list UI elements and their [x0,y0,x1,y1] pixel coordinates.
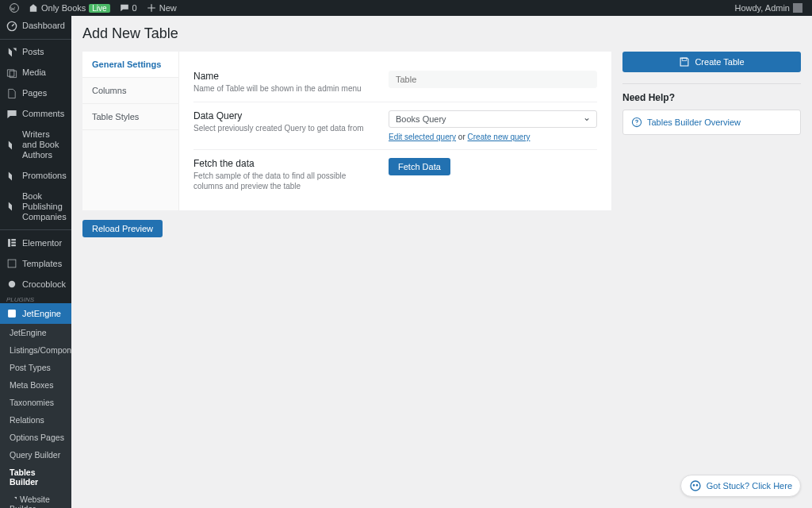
fetch-desc: Fetch sample of the data to find all pos… [193,171,376,191]
menu-jetengine[interactable]: JetEngine [0,303,71,324]
menu-templates[interactable]: Templates [0,253,71,274]
divider [622,83,801,84]
menu-label: Promotions [22,171,67,181]
menu-label: Dashboard [22,21,65,31]
greeting-text: Howdy, Admin [735,3,791,13]
stuck-label: Got Stuck? Click Here [707,481,792,491]
admin-bar: Only BooksLive 0 New Howdy, Admin [0,0,812,16]
svg-rect-2 [8,239,10,247]
submenu-querybuilder[interactable]: Query Builder [0,446,71,464]
save-icon [679,56,690,67]
create-table-button[interactable]: Create Table [622,52,801,72]
submenu-listings[interactable]: Listings/Components [0,341,71,359]
settings-panel: General Settings Columns Table Styles Na… [82,52,611,210]
menu-posts[interactable]: Posts [0,42,71,63]
help-link[interactable]: Tables Builder Overview [622,110,801,135]
submenu-options[interactable]: Options Pages [0,429,71,446]
svg-rect-3 [11,239,16,241]
panel-body: Name Name of Table will be shown in the … [179,52,611,210]
menu-label: Media [22,67,46,78]
submenu-posttypes[interactable]: Post Types [0,359,71,376]
settings-tabs: General Settings Columns Table Styles [82,52,179,210]
chat-icon [689,479,702,492]
svg-point-16 [691,481,700,491]
sidebar-right: Create Table Need Help? Tables Builder O… [622,52,801,135]
submenu-websitebuilder[interactable]: Website Builder [0,491,71,508]
jetengine-submenu: JetEngine Listings/Components Post Types… [0,324,71,508]
svg-point-18 [696,485,697,486]
comments-link[interactable]: 0 [117,3,140,13]
query-desc: Select previously created Query to get d… [193,123,376,133]
menu-label: Posts [22,47,44,57]
comments-count: 0 [132,3,137,13]
query-select[interactable]: Books Query [389,110,597,128]
menu-section-hint: PLUGINS [0,294,71,303]
new-label: New [159,3,177,13]
name-desc: Name of Table will be shown in the admin… [193,83,376,94]
menu-separator [0,39,71,40]
fetch-label: Fetch the data [193,158,376,169]
got-stuck-button[interactable]: Got Stuck? Click Here [680,475,801,497]
menu-label: Writers and Book Authors [22,129,65,161]
avatar [793,3,802,13]
create-query-link[interactable]: Create new query [468,133,530,141]
tab-styles[interactable]: Table Styles [82,104,178,130]
svg-rect-5 [11,244,16,246]
menu-comments[interactable]: Comments [0,104,71,125]
new-link[interactable]: New [144,3,180,13]
question-icon [631,117,642,128]
menu-pages[interactable]: Pages [0,83,71,104]
menu-label: Templates [22,259,62,269]
menu-media[interactable]: Media [0,63,71,83]
field-name: Name Name of Table will be shown in the … [193,63,597,102]
wp-logo[interactable] [6,3,22,13]
site-link[interactable]: Only BooksLive [25,3,113,13]
menu-label: JetEngine [22,309,61,319]
menu-separator [0,229,71,230]
menu-label: Elementor [22,238,62,248]
svg-point-17 [693,485,694,486]
help-link-text: Tables Builder Overview [647,117,741,127]
tab-general[interactable]: General Settings [82,52,178,78]
submenu-tablesbuilder[interactable]: Tables Builder [0,464,71,491]
menu-dashboard[interactable]: Dashboard [0,16,71,37]
reload-preview-button[interactable]: Reload Preview [82,220,163,237]
submenu-relations[interactable]: Relations [0,411,71,429]
admin-sidebar: Dashboard Posts Media Pages Comments Wri… [0,16,71,508]
svg-point-7 [9,281,15,287]
menu-publishing[interactable]: Book Publishing Companies [0,187,71,228]
field-query: Data Query Select previously created Que… [193,102,597,150]
svg-rect-6 [8,260,16,267]
menu-elementor[interactable]: Elementor [0,233,71,253]
svg-rect-4 [11,242,16,244]
menu-label: Crocoblock [22,279,66,290]
menu-label: Pages [22,88,47,98]
edit-query-link[interactable]: Edit selected query [389,133,456,141]
menu-promotions[interactable]: Promotions [0,166,71,187]
help-title: Need Help? [622,92,801,103]
query-label: Data Query [193,110,376,121]
live-badge: Live [89,4,109,13]
site-name: Only Books [41,3,86,13]
create-label: Create Table [695,57,744,67]
field-fetch: Fetch the data Fetch sample of the data … [193,150,597,199]
fetch-data-button[interactable]: Fetch Data [389,158,450,175]
menu-crocoblock[interactable]: Crocoblock [0,274,71,294]
submenu-jetengine[interactable]: JetEngine [0,324,71,341]
user-greeting[interactable]: Howdy, Admin [732,3,806,13]
menu-writers[interactable]: Writers and Book Authors [0,125,71,166]
name-label: Name [193,71,376,82]
or-text: or [458,133,465,141]
submenu-taxonomies[interactable]: Taxonomies [0,394,71,411]
name-input[interactable] [389,71,597,88]
submenu-metaboxes[interactable]: Meta Boxes [0,376,71,394]
menu-label: Book Publishing Companies [22,191,67,223]
svg-rect-8 [8,310,16,318]
tab-columns[interactable]: Columns [82,78,178,104]
page-content: Add New Table General Settings Columns T… [71,16,812,508]
page-title: Add New Table [82,25,801,42]
menu-label: Comments [22,109,64,119]
